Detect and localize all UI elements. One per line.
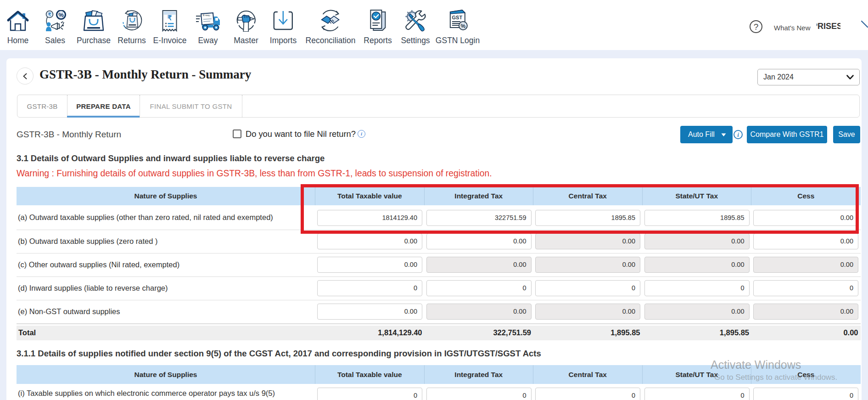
svg-text:%: % [461, 23, 466, 29]
svg-text:E-way..: E-way.. [203, 14, 211, 17]
svg-text:%: % [58, 11, 64, 18]
svg-text:₹: ₹ [48, 12, 51, 17]
svg-text:₹: ₹ [168, 14, 172, 22]
svg-text:GST: GST [452, 15, 463, 20]
